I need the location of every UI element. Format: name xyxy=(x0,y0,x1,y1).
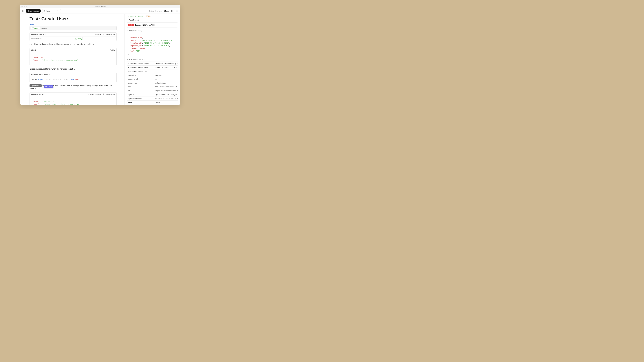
source-label: Source: xyxy=(95,33,101,35)
mention-chip[interactable]: @johndorian xyxy=(30,84,42,87)
header-value: Cowboy xyxy=(153,100,178,104)
header-row: nel{"report_to":"heroku-nel","max_age" xyxy=(127,89,178,93)
link-icon xyxy=(102,34,104,35)
header-key: access-control-allow-methods xyxy=(127,65,153,69)
traffic-lights[interactable] xyxy=(22,6,27,7)
zoom-icon[interactable] xyxy=(26,6,27,7)
toolbar: Send request local ⌃⌄ Edited 4 minutes S… xyxy=(20,8,180,14)
imported-json-title: Imported JSON xyxy=(31,93,44,95)
header-row: content-typeapplication/json xyxy=(127,81,178,85)
response-panel: 201 Created 394 ms 1.07 KB Test Report F… xyxy=(124,14,180,105)
header-key: report-to xyxy=(127,93,153,96)
assertion-editor[interactable]: fusion.expect(fusion.response.status).to… xyxy=(30,77,116,82)
panel-toggle-icon[interactable] xyxy=(176,9,178,12)
header-key: content-type xyxy=(127,81,153,85)
json-editor[interactable]: { "name": null, "email": "christurk@sacr… xyxy=(30,52,116,65)
header-row: access-control-allow-origin* xyxy=(127,69,178,73)
base-variable: {{base}} xyxy=(31,27,40,29)
header-row: reporting-endpointsheroku-nel=https://ne… xyxy=(127,96,178,100)
test-report-header[interactable]: Test Report xyxy=(126,18,178,22)
header-key: reporting-endpoints xyxy=(127,97,153,100)
prettify-button[interactable]: Prettify xyxy=(110,49,115,51)
header-value: Wed, 19 Jun 2024 19:31:22 GMT xyxy=(153,85,178,89)
header-value: {{token}} xyxy=(73,36,116,41)
header-value: 162 xyxy=(153,77,178,81)
header-value: X-Requested-With,Content-Type,Cac xyxy=(153,62,178,65)
fail-badge: Fail xyxy=(128,23,134,26)
note-text: Overriding the imported JSON block with … xyxy=(30,43,116,46)
comment-text[interactable]: @johndorian have a look at this, this te… xyxy=(30,84,116,90)
source-label: Source: xyxy=(95,93,101,95)
status-line: 201 Created 394 ms 1.07 KB xyxy=(126,15,178,18)
svg-rect-4 xyxy=(176,10,178,12)
json-panel: JSON Prettify { "name": null, "email": "… xyxy=(30,48,116,65)
url-path: /users xyxy=(41,27,47,29)
source-link[interactable]: Create Users xyxy=(102,33,115,35)
page-title: Test: Create Users xyxy=(30,16,116,21)
share-button[interactable]: Share xyxy=(164,10,169,12)
environment-label: local xyxy=(46,10,50,12)
status-text: Created xyxy=(130,15,136,17)
response-body[interactable]: { "name": null, "email": "christurk@sacr… xyxy=(127,33,178,56)
header-value: keep-alive xyxy=(153,73,178,77)
header-value: {"group":"heroku-nel","max_age":36 xyxy=(153,93,178,96)
window-title: ApyHub Fusion xyxy=(94,6,106,7)
json-panel-title: JSON xyxy=(31,49,36,51)
app-window: ApyHub Fusion Send request local ⌃⌄ Edit… xyxy=(20,5,180,105)
header-key: via xyxy=(127,104,153,105)
post-request-title: Post request (1796e100) xyxy=(31,74,50,76)
header-row: access-control-allow-headersX-Requested-… xyxy=(127,61,178,65)
header-row: content-length162 xyxy=(127,77,178,81)
response-headers-table: access-control-allow-headersX-Requested-… xyxy=(127,61,178,105)
response-headers-header[interactable]: Response headers xyxy=(126,58,178,61)
status-code: 201 xyxy=(127,15,130,17)
header-value: application/json xyxy=(153,81,178,85)
header-value: * xyxy=(153,69,178,73)
header-key: server xyxy=(127,100,153,104)
environment-select[interactable]: local ⌃⌄ xyxy=(42,9,61,13)
link-icon xyxy=(102,93,104,95)
request-editor: Test: Create Users post {{base}}/users I… xyxy=(20,14,124,105)
mention-popup[interactable]: johndorian xyxy=(44,85,54,88)
edited-label: Edited 4 minutes xyxy=(149,10,162,12)
note-text-2: Expect the request to fail when the name… xyxy=(30,67,116,70)
chevron-down-icon xyxy=(127,59,128,60)
imported-json-editor[interactable]: { "name" : "John Dorian", "email" : "joh… xyxy=(30,96,116,105)
imported-headers-panel: Imported Headers Source: Create Users Au… xyxy=(30,32,116,41)
header-row: via1.1 vegur xyxy=(127,104,178,105)
header-row[interactable]: Authorization {{token}} xyxy=(30,36,116,41)
header-key: Authorization xyxy=(30,36,73,41)
header-key: access-control-allow-origin xyxy=(127,69,153,73)
response-time: 394 ms xyxy=(138,15,143,17)
source-link[interactable]: Create Users xyxy=(102,93,115,95)
svg-rect-0 xyxy=(22,10,24,12)
send-request-button[interactable]: Send request xyxy=(26,9,41,13)
header-row: connectionkeep-alive xyxy=(127,73,178,77)
sidebar-toggle-icon[interactable] xyxy=(22,9,25,12)
minimize-icon[interactable] xyxy=(24,6,25,7)
header-row: access-control-allow-methodsGET,PUT,POST… xyxy=(127,65,178,69)
fail-message: Expected '201' to be '400' xyxy=(135,24,155,26)
response-size: 1.07 KB xyxy=(144,15,150,17)
response-body-header[interactable]: Response body xyxy=(126,29,178,32)
header-value: heroku-nel=https://nel.heroku.com/ xyxy=(153,97,178,100)
titlebar: ApyHub Fusion xyxy=(20,5,180,8)
header-value: GET,PUT,POST,DELETE,OPTIONS xyxy=(153,65,178,69)
method-label: post xyxy=(30,23,116,25)
test-result-row: Fail Expected '201' to be '400' xyxy=(127,22,178,27)
close-icon[interactable] xyxy=(22,6,23,7)
header-key: connection xyxy=(127,73,153,77)
history-icon[interactable] xyxy=(171,9,174,12)
chevron-updown-icon: ⌃⌄ xyxy=(57,10,59,12)
header-key: date xyxy=(127,85,153,89)
header-row: serverCowboy xyxy=(127,100,178,104)
header-row: report-to{"group":"heroku-nel","max_age"… xyxy=(127,93,178,96)
imported-json-panel: Imported JSON Prettify Source: Create Us… xyxy=(30,92,116,105)
url-bar[interactable]: {{base}}/users xyxy=(30,26,116,30)
header-value: 1.1 vegur xyxy=(153,104,178,105)
header-key: nel xyxy=(127,89,153,93)
header-value: {"report_to":"heroku-nel","max_age" xyxy=(153,89,178,93)
post-request-panel: Post request (1796e100) fusion.expect(fu… xyxy=(30,73,116,82)
prettify-button[interactable]: Prettify xyxy=(88,93,94,95)
chevron-down-icon xyxy=(127,19,128,21)
